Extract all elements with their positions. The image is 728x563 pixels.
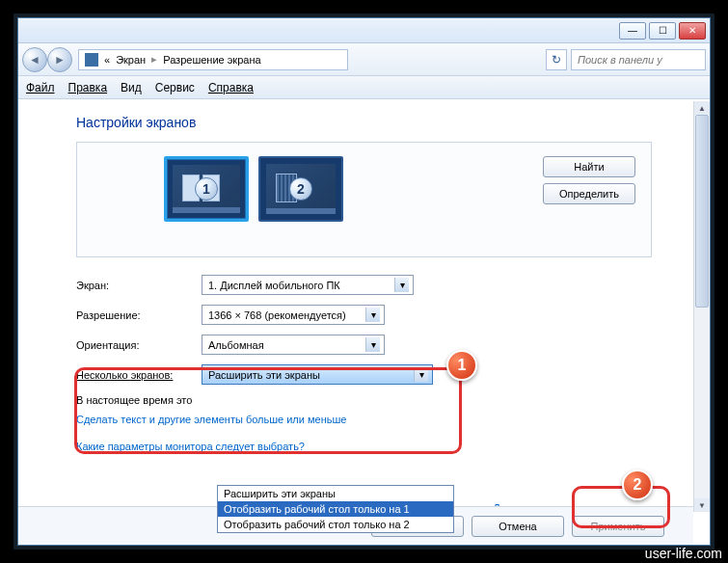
cancel-button[interactable]: Отмена: [472, 516, 564, 537]
monitor-1[interactable]: 1: [164, 156, 249, 222]
menu-help[interactable]: Справка: [208, 81, 254, 94]
combo-screen[interactable]: 1. Дисплей мобильного ПК: [202, 275, 414, 295]
combo-multiscreen[interactable]: Расширить эти экраны: [202, 364, 433, 385]
menu-view[interactable]: Вид: [121, 81, 142, 94]
multiscreen-dropdown[interactable]: Расширить эти экраны Отобразить рабочий …: [217, 485, 454, 533]
dropdown-option[interactable]: Отобразить рабочий стол только на 2: [218, 517, 453, 532]
breadcrumb[interactable]: « Экран ▸ Разрешение экрана: [78, 49, 348, 70]
label-screen: Экран:: [76, 280, 202, 291]
monitor-2[interactable]: 2: [258, 156, 343, 222]
monitor-1-number: 1: [195, 177, 218, 201]
refresh-button[interactable]: ↻: [546, 49, 567, 70]
dropdown-option[interactable]: Расширить эти экраны: [218, 486, 453, 501]
menu-edit[interactable]: Правка: [68, 81, 108, 94]
dropdown-option-selected[interactable]: Отобразить рабочий стол только на 1: [218, 501, 453, 517]
control-panel-icon: [85, 53, 98, 67]
menu-tools[interactable]: Сервис: [155, 81, 195, 94]
window: — ☐ ✕ ◄ ► « Экран ▸ Разрешение экрана ↻ …: [17, 17, 711, 546]
scroll-down-icon[interactable]: ▼: [694, 498, 710, 512]
monitor-2-number: 2: [289, 177, 312, 201]
find-button[interactable]: Найти: [543, 156, 635, 177]
breadcrumb-item[interactable]: Экран: [116, 54, 146, 66]
maximize-button[interactable]: ☐: [649, 22, 676, 40]
watermark: user-life.com: [645, 546, 722, 561]
minimize-button[interactable]: —: [619, 22, 646, 40]
callout-2: 2: [622, 469, 653, 500]
current-main-text: В настоящее время это: [76, 394, 652, 406]
breadcrumb-item[interactable]: Разрешение экрана: [163, 54, 260, 66]
apply-button[interactable]: Применить: [572, 516, 664, 537]
close-button[interactable]: ✕: [679, 22, 706, 40]
breadcrumb-chev: «: [104, 54, 110, 66]
menubar: Файл Правка Вид Сервис Справка: [18, 76, 710, 99]
combo-orientation[interactable]: Альбомная: [202, 335, 385, 355]
forward-button[interactable]: ►: [47, 47, 72, 72]
back-button[interactable]: ◄: [22, 47, 47, 72]
scrollbar[interactable]: ▲ ▼: [693, 101, 710, 512]
label-orientation: Ориентация:: [76, 339, 202, 351]
scroll-up-icon[interactable]: ▲: [694, 101, 710, 115]
callout-1: 1: [446, 350, 477, 381]
combo-resolution[interactable]: 1366 × 768 (рекомендуется): [202, 305, 385, 325]
monitor-preview: 1 2 Найти Определить: [76, 142, 652, 257]
content-area: Настройки экранов 1 2 Найти: [18, 101, 710, 545]
navbar: ◄ ► « Экран ▸ Разрешение экрана ↻: [18, 43, 710, 76]
menu-file[interactable]: Файл: [26, 81, 55, 94]
identify-button[interactable]: Определить: [543, 183, 635, 204]
breadcrumb-sep: ▸: [151, 53, 157, 66]
titlebar: — ☐ ✕: [18, 18, 710, 43]
link-text-size[interactable]: Сделать текст и другие элементы больше и…: [76, 414, 346, 425]
label-multiscreen: Несколько экранов:: [76, 369, 202, 381]
search-input[interactable]: [571, 49, 706, 70]
link-which-monitor[interactable]: Какие параметры монитора следует выбрать…: [76, 441, 305, 452]
label-resolution: Разрешение:: [76, 309, 202, 321]
scroll-thumb[interactable]: [695, 115, 709, 308]
page-title: Настройки экранов: [76, 115, 652, 130]
